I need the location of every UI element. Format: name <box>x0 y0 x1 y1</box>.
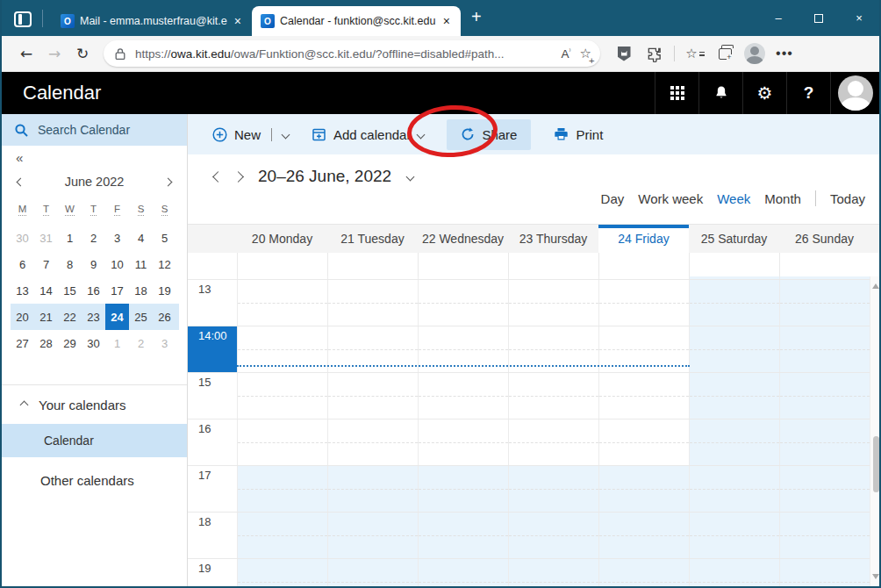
extension-shield-icon[interactable] <box>611 40 637 67</box>
calendar-cell[interactable] <box>598 559 689 586</box>
mini-calendar-day[interactable]: 3 <box>153 330 176 356</box>
calendar-cell[interactable] <box>689 513 779 558</box>
mini-calendar-day[interactable]: 1 <box>58 225 82 251</box>
mini-calendar-day[interactable]: 28 <box>34 330 58 356</box>
calendar-cell[interactable] <box>327 373 418 419</box>
mini-calendar-day[interactable]: 19 <box>153 277 176 304</box>
calendar-cell[interactable] <box>689 466 779 512</box>
mini-calendar-day[interactable]: 20 <box>11 304 34 330</box>
close-tab-icon[interactable]: × <box>233 15 243 27</box>
calendar-cell[interactable] <box>327 513 418 558</box>
calendar-cell[interactable] <box>418 559 508 586</box>
view-work-week[interactable]: Work week <box>638 191 703 206</box>
all-day-cell[interactable] <box>689 253 779 276</box>
print-button[interactable]: Print <box>554 127 603 142</box>
calendar-cell[interactable] <box>237 513 327 558</box>
extensions-puzzle-icon[interactable] <box>641 40 667 67</box>
calendar-cell[interactable] <box>689 326 779 372</box>
calendar-cell[interactable] <box>418 280 508 326</box>
calendar-cell[interactable] <box>689 419 779 465</box>
close-tab-icon[interactable]: × <box>441 15 452 27</box>
calendar-cell[interactable] <box>237 373 327 419</box>
add-calendar-button[interactable]: Add calendar <box>312 127 424 142</box>
mini-calendar-day[interactable]: 10 <box>105 251 129 277</box>
calendar-cell[interactable] <box>418 466 508 512</box>
mini-calendar-day[interactable]: 30 <box>82 330 105 356</box>
maximize-button[interactable] <box>799 0 839 36</box>
mini-calendar-day[interactable]: 27 <box>11 330 34 356</box>
chevron-down-icon[interactable] <box>417 130 426 139</box>
calendar-cell[interactable] <box>327 419 418 465</box>
tab-mail[interactable]: O Mail - emma.musterfrau@kit.edu × <box>52 6 252 36</box>
app-launcher-icon[interactable] <box>655 72 698 114</box>
scrollbar-thumb[interactable] <box>873 436 879 492</box>
scroll-down-icon[interactable] <box>872 574 879 579</box>
all-day-cell[interactable] <box>327 253 418 276</box>
mini-calendar-day[interactable]: 16 <box>82 277 105 304</box>
day-header[interactable]: 22 Wednesday <box>418 225 508 253</box>
tab-actions-icon[interactable] <box>14 11 32 27</box>
chevron-down-icon[interactable] <box>282 130 290 139</box>
your-calendars-group[interactable]: Your calendars <box>2 385 187 424</box>
mini-calendar-day[interactable]: 18 <box>129 277 153 304</box>
other-calendars-group[interactable]: Other calendars <box>2 464 187 496</box>
calendar-cell[interactable] <box>598 419 689 465</box>
mini-calendar-day[interactable]: 25 <box>129 304 153 330</box>
favorites-icon[interactable]: ☆ <box>682 40 708 67</box>
mini-calendar-day[interactable]: 26 <box>153 304 176 330</box>
calendar-cell[interactable] <box>237 280 327 326</box>
new-tab-button[interactable]: + <box>471 7 482 27</box>
mini-calendar-day[interactable]: 8 <box>58 251 82 277</box>
calendar-cell[interactable] <box>779 276 870 279</box>
calendar-cell[interactable] <box>418 419 508 465</box>
calendar-cell[interactable] <box>598 466 689 512</box>
mini-calendar-day[interactable]: 12 <box>153 251 176 277</box>
all-day-cell[interactable] <box>779 253 870 276</box>
minimize-button[interactable]: – <box>758 0 799 36</box>
read-aloud-icon[interactable]: A⁾ <box>562 47 571 61</box>
new-button[interactable]: New <box>212 127 289 142</box>
today-button[interactable]: Today <box>830 191 865 206</box>
calendar-cell[interactable] <box>779 419 870 465</box>
collections-icon[interactable] <box>712 40 738 67</box>
calendar-cell[interactable] <box>508 559 598 586</box>
calendar-cell[interactable] <box>237 466 327 512</box>
mini-calendar-day[interactable]: 9 <box>82 251 105 277</box>
mini-calendar-day[interactable]: 24 <box>105 304 129 330</box>
mini-calendar-day[interactable]: 17 <box>105 277 129 304</box>
calendar-cell[interactable] <box>418 373 508 419</box>
calendar-cell[interactable] <box>327 276 418 279</box>
mini-calendar-day[interactable]: 30 <box>11 225 34 251</box>
share-button[interactable]: Share <box>447 119 531 150</box>
close-window-button[interactable]: × <box>839 0 879 36</box>
calendar-cell[interactable] <box>508 466 598 512</box>
add-favorite-icon[interactable]: ☆+ <box>580 46 591 61</box>
mini-calendar-day[interactable]: 15 <box>58 277 82 304</box>
address-bar[interactable]: https://owa.kit.edu/owa/Funktion@scc.kit… <box>104 40 600 67</box>
all-day-cell[interactable] <box>418 253 508 276</box>
account-avatar[interactable] <box>830 72 879 114</box>
mini-calendar-day[interactable]: 23 <box>82 304 105 330</box>
mini-calendar-day[interactable]: 1 <box>105 330 129 356</box>
mini-calendar-day[interactable]: 14 <box>34 277 58 304</box>
browser-profile-avatar[interactable] <box>741 40 768 67</box>
calendar-cell[interactable] <box>237 419 327 465</box>
notifications-bell-icon[interactable] <box>698 72 742 114</box>
calendar-cell[interactable] <box>779 373 870 419</box>
calendar-cell[interactable] <box>508 513 598 558</box>
all-day-cell[interactable] <box>508 253 598 276</box>
help-icon[interactable]: ? <box>786 72 830 114</box>
mini-calendar-day[interactable]: 29 <box>58 330 82 356</box>
calendar-cell[interactable] <box>237 276 327 279</box>
calendar-cell[interactable] <box>689 559 779 586</box>
calendar-cell[interactable] <box>598 276 689 279</box>
mini-calendar-day[interactable]: 21 <box>34 304 58 330</box>
browser-menu-icon[interactable]: ••• <box>771 40 798 67</box>
calendar-cell[interactable] <box>779 559 870 586</box>
mini-calendar-day[interactable]: 3 <box>105 225 129 251</box>
day-header[interactable]: 24 Friday <box>598 225 689 253</box>
day-header[interactable]: 25 Saturday <box>689 225 779 253</box>
calendar-cell[interactable] <box>327 280 418 326</box>
sidebar-item-calendar[interactable]: Calendar <box>2 424 187 457</box>
refresh-button[interactable]: ↻ <box>68 39 97 68</box>
